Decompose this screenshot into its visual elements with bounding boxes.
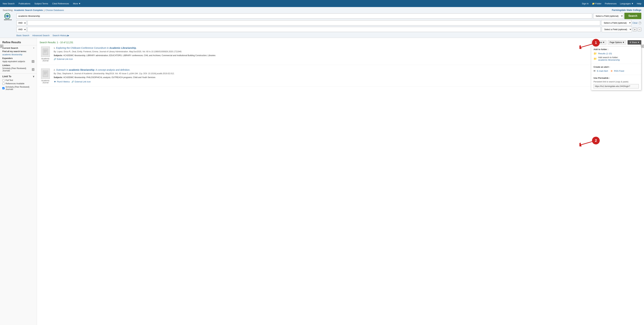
search-header-left: Searching: Academic Search Complete | Ch… — [3, 9, 64, 11]
search-header: Searching: Academic Search Complete | Ch… — [3, 9, 641, 11]
svg-line-14 — [581, 141, 593, 145]
email-alert-link[interactable]: E-mail Alert — [597, 70, 608, 72]
current-search-section: Current Search ∨ Find all my search term… — [0, 45, 37, 73]
doc-type-label-2: AcademicJournal — [42, 80, 50, 84]
add-row-button[interactable]: + — [633, 28, 636, 31]
result-number-2: 2. — [54, 69, 56, 71]
nav-cited-references[interactable]: Cited References — [52, 2, 69, 5]
email-alert-item[interactable]: ✉ E-mail Alert — [594, 69, 608, 72]
result-title-1: 1. Exploring the Childcare-Conference Co… — [54, 46, 641, 49]
svg-rect-7 — [43, 71, 48, 77]
doc-type-label-1: AcademicJournal — [42, 58, 50, 62]
expander-item: Apply equivalent subjects ✕ — [2, 60, 34, 63]
nav-help[interactable]: Help — [637, 2, 641, 5]
relevance-arrow-icon: ▼ — [603, 41, 605, 43]
search-input-1[interactable] — [16, 13, 592, 18]
share-button[interactable]: ⬆ Share ▼ — [628, 40, 641, 44]
limit-to-toggle[interactable]: Limit To ∨ — [2, 75, 34, 78]
search-input-2[interactable] — [28, 20, 600, 25]
scholarly-journals-checkbox[interactable] — [2, 87, 4, 89]
result-number-1: 1. — [54, 47, 56, 49]
result-title-link-2[interactable]: Outreach in academic librarianship: A co… — [56, 68, 130, 71]
nav-subject-terms[interactable]: Subject Terms — [34, 2, 48, 5]
nav-languages[interactable]: Languages ▼ — [620, 2, 634, 5]
result-body-1: 1. Exploring the Childcare-Conference Co… — [54, 46, 641, 62]
references-available-checkbox[interactable] — [2, 83, 4, 85]
clear-button[interactable]: Clear — [632, 22, 638, 24]
field-select-1[interactable]: Select a Field (optional) — [593, 13, 623, 19]
nav-right: Sign In 📁 Folder Preferences Languages ▼… — [582, 2, 641, 5]
limiters-label: Limiters — [2, 64, 34, 66]
nav-new-search[interactable]: New Search — [3, 2, 14, 5]
refine-results-title: Refine Results — [0, 39, 37, 45]
add-search-folder-item: 📁 Add search to folder: academic librari… — [594, 56, 639, 61]
advanced-search-link[interactable]: Advanced Search — [32, 34, 50, 37]
full-text-checkbox[interactable] — [2, 79, 4, 81]
nav-preferences[interactable]: Preferences — [605, 2, 616, 5]
result-actions-2: ✦ PlumX Metrics 🔗 External Link Icon — [54, 80, 641, 84]
search-row-2: AND Select a Field (optional) Clear ? — [16, 20, 641, 26]
ebsco-logo-svg: EBSCOhost — [4, 13, 14, 21]
search-fields: Select a Field (optional) Search AND Sel… — [16, 13, 641, 37]
search-button[interactable]: Search — [624, 13, 641, 19]
external-link-1[interactable]: 🔗 External Link Icon — [54, 58, 73, 60]
limit-to-chevron: ∨ — [33, 75, 34, 78]
college-name[interactable]: Farmingdale State College — [612, 9, 641, 11]
permalink-input[interactable] — [594, 84, 639, 88]
result-actions-1: 🔗 External Link Icon — [54, 58, 641, 60]
nav-publications[interactable]: Publications — [18, 2, 30, 5]
bool-select-3[interactable]: AND — [16, 27, 26, 32]
remove-row-button[interactable]: − — [638, 28, 641, 31]
current-search-term[interactable]: academic librarianship — [2, 53, 22, 56]
field-select-3[interactable]: Select a Field (optional) — [602, 27, 632, 32]
nav-sign-in[interactable]: Sign In — [582, 2, 588, 5]
folder-yellow-icon-2: 📁 — [594, 57, 597, 60]
rss-icon: ⊕ — [611, 69, 613, 72]
folder-icon: 📁 — [592, 2, 595, 5]
nav-more[interactable]: More ▼ — [73, 2, 81, 5]
page-options-arrow-icon: ▼ — [622, 41, 624, 43]
external-link-icon-2: 🔗 — [72, 81, 74, 83]
add-search-term-link[interactable]: academic librarianship — [598, 59, 620, 61]
help-icon[interactable]: ? — [639, 22, 641, 24]
plumx-link-2[interactable]: ✦ PlumX Metrics — [54, 80, 70, 84]
search-input-3[interactable] — [28, 27, 601, 32]
sidebar-collapse-left[interactable]: « — [0, 44, 3, 48]
create-alert-title: Create an alert : — [594, 66, 639, 68]
current-search-toggle[interactable]: Current Search ∨ — [2, 47, 34, 49]
choose-databases-link[interactable]: Choose Databases — [46, 9, 64, 11]
result-meta-1: By: Lopez, Erica R.; Deal, Emily; Fonten… — [54, 50, 641, 53]
basic-search-link[interactable]: Basic Search — [16, 34, 29, 37]
folder-yellow-icon-1: 📁 — [594, 52, 597, 55]
full-text-label: Full Text — [6, 79, 13, 81]
scholarly-journals-label: Scholarly (Peer Reviewed) Journals — [6, 86, 34, 90]
separator: | — [44, 9, 44, 11]
field-select-2[interactable]: Select a Field (optional) — [601, 20, 632, 26]
current-search-chevron: ∨ — [33, 47, 34, 49]
results-header: Search Results: 1 - 10 of 12,231 Relevan… — [40, 40, 641, 44]
db-name-link[interactable]: Academic Search Complete — [14, 9, 43, 11]
rss-feed-link[interactable]: RSS Feed — [614, 70, 624, 72]
rss-feed-item[interactable]: ⊕ RSS Feed — [611, 69, 624, 72]
results-count: Search Results: 1 - 10 of 12,231 — [40, 41, 73, 44]
external-link-2[interactable]: 🔗 External Link Icon — [72, 81, 90, 83]
results-folder-item[interactable]: 📁 Results (1-10) — [594, 52, 639, 55]
remove-limiter-button[interactable]: ✕ — [32, 68, 34, 71]
nav-folder[interactable]: 📁 Folder — [592, 2, 602, 5]
top-navigation: New Search Publications Subject Terms Ci… — [0, 0, 644, 7]
subjects-prefix-1: Subjects: — [54, 54, 63, 57]
find-all-label: Find all my search terms: — [2, 50, 34, 53]
result-item-2: AcademicJournal 2. Outreach in academic … — [40, 68, 641, 87]
results-folder-link[interactable]: Results (1-10) — [598, 52, 612, 55]
bool-select-2[interactable]: AND — [16, 20, 26, 26]
svg-rect-3 — [43, 49, 48, 55]
full-text-checkbox-item: Full Text — [2, 79, 34, 81]
search-history-link[interactable]: Search History ▶ — [52, 34, 69, 37]
search-row-1: Select a Field (optional) Search — [16, 13, 641, 19]
page-options-button[interactable]: Page Options ▼ — [608, 40, 626, 44]
doc-icon-1 — [41, 46, 50, 57]
add-search-label: Add search to folder: — [598, 56, 618, 59]
remove-expander-button[interactable]: ✕ — [32, 60, 34, 63]
plumx-icon: ✦ — [54, 80, 56, 84]
result-title-link-1[interactable]: Exploring the Childcare-Conference Conun… — [56, 46, 137, 49]
